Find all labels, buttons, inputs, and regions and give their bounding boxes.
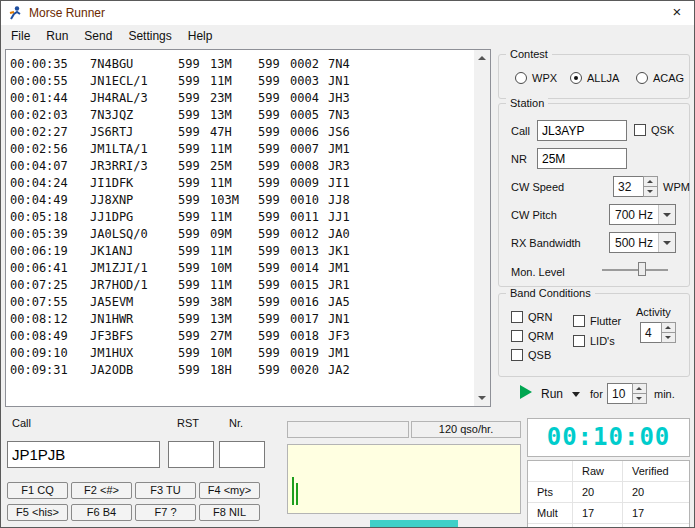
menu-item[interactable]: Send	[76, 26, 120, 46]
menu-item[interactable]: Help	[180, 26, 221, 46]
menu-item[interactable]: Run	[38, 26, 76, 46]
log-cell-callsign: JA0LSQ/0	[90, 226, 178, 243]
lids-checkbox[interactable]: LID's	[573, 335, 615, 347]
entry-call-input[interactable]	[7, 441, 160, 468]
log-cell-callsign: JA2ODB	[90, 362, 178, 379]
wpm-unit-label: WPM	[663, 181, 690, 193]
chevron-down-icon	[663, 241, 671, 245]
log-cell-rst-sent: 599	[178, 107, 210, 124]
dropdown-button[interactable]	[658, 205, 675, 224]
log-cell-rst-rcvd: 599	[258, 158, 290, 175]
log-cell-rst-rcvd: 599	[258, 175, 290, 192]
log-cell-time: 00:05:18	[10, 209, 90, 226]
f8-nil-button[interactable]: F8 NIL	[199, 504, 260, 521]
log-cell-serial: 0004	[290, 90, 328, 107]
morse-runner-window: Morse Runner × File Run Send Settings He…	[0, 0, 695, 528]
log-scrollbar[interactable]	[474, 50, 490, 406]
score-raw-value: 20	[572, 482, 622, 502]
spinner-down-button[interactable]	[643, 186, 658, 197]
f7-question-button[interactable]: F7 ?	[135, 504, 196, 521]
cw-pitch-dropdown[interactable]: 700 Hz	[609, 204, 676, 225]
station-nr-input[interactable]	[537, 148, 627, 169]
score-header-row: Raw Verified	[528, 461, 689, 482]
score-verified-value: 20	[622, 482, 689, 502]
qsb-checkbox[interactable]: QSB	[511, 349, 551, 361]
f5-his-button[interactable]: F5 <his>	[7, 504, 68, 521]
checkbox-box	[511, 330, 523, 342]
log-cell-rst-rcvd: 599	[258, 141, 290, 158]
qrm-label: QRM	[528, 330, 554, 342]
rx-bandwidth-dropdown[interactable]: 500 Hz	[609, 232, 676, 253]
run-dropdown-icon[interactable]	[572, 392, 580, 397]
qso-rate: 120 qso/hr.	[411, 421, 521, 438]
spinner-up-icon	[647, 180, 653, 183]
f6-b4-button[interactable]: F6 B4	[71, 504, 132, 521]
radio-label: ALLJA	[587, 72, 619, 84]
log-row: 00:00:55 JN1ECL/1 599 11M 599 0003 JN1	[10, 73, 490, 90]
log-cell-serial: 0009	[290, 175, 328, 192]
score-row: Score 340 340	[528, 524, 689, 528]
spectrum-bar	[296, 483, 298, 505]
scroll-up-button[interactable]	[474, 50, 490, 66]
spinner-up-icon	[636, 387, 642, 390]
contest-group-title: Contest	[506, 48, 552, 60]
log-cell-callsign: JS6RTJ	[90, 124, 178, 141]
score-row-label: Score	[528, 524, 572, 528]
spinner-down-button[interactable]	[661, 332, 676, 343]
f1-cq-button[interactable]: F1 CQ	[7, 482, 68, 499]
radio-circle	[636, 72, 648, 84]
f4-my-button[interactable]: F4 <my>	[199, 482, 260, 499]
scroll-down-button[interactable]	[474, 390, 490, 406]
radio-label: ACAG	[653, 72, 684, 84]
log-row: 00:06:19 JK1ANJ 599 11M 599 0013 JK1	[10, 243, 490, 260]
dropdown-button[interactable]	[658, 233, 675, 252]
log-row: 00:04:24 JI1DFK 599 11M 599 0009 JI1	[10, 175, 490, 192]
cw-speed-spinner[interactable]: 32	[613, 176, 658, 197]
qrm-checkbox[interactable]: QRM	[511, 330, 554, 342]
log-cell-rst-sent: 599	[178, 141, 210, 158]
duration-spinner[interactable]: 10	[607, 383, 647, 404]
flutter-checkbox[interactable]: Flutter	[573, 315, 621, 327]
station-call-input[interactable]	[537, 120, 627, 141]
log-cell-prefix: JR3	[328, 158, 368, 175]
log-row: 00:09:10 JM1HUX 599 10M 599 0019 JM1	[10, 345, 490, 362]
qsk-checkbox[interactable]: QSK	[634, 124, 674, 136]
mon-level-slider[interactable]	[602, 260, 668, 278]
status-cell-left	[287, 421, 409, 438]
log-cell-serial: 0013	[290, 243, 328, 260]
f2-number-button[interactable]: F2 <#>	[71, 482, 132, 499]
run-button[interactable]: Run	[541, 387, 563, 401]
log-cell-callsign: JR7HOD/1	[90, 277, 178, 294]
menu-item[interactable]: Settings	[120, 26, 179, 46]
log-cell-rst-rcvd: 599	[258, 56, 290, 73]
spinner-down-button[interactable]	[632, 393, 647, 404]
flutter-label: Flutter	[590, 315, 621, 327]
rx-bandwidth-label: RX Bandwidth	[511, 237, 581, 249]
log-cell-exchange-sent: 13M	[210, 311, 258, 328]
checkbox-box	[573, 315, 585, 327]
scroll-up-icon	[478, 56, 486, 60]
f3-tu-button[interactable]: F3 TU	[135, 482, 196, 499]
log-cell-prefix: JI1	[328, 175, 368, 192]
log-cell-callsign: 7N3JQZ	[90, 107, 178, 124]
log-cell-rst-sent: 599	[178, 260, 210, 277]
radio-wpx[interactable]: WPX	[515, 72, 557, 84]
log-cell-callsign: JF3BFS	[90, 328, 178, 345]
spinner-arrows	[632, 383, 647, 404]
qrn-checkbox[interactable]: QRN	[511, 311, 552, 323]
entry-rst-input[interactable]	[168, 441, 214, 468]
radio-label: WPX	[532, 72, 557, 84]
log-cell-serial: 0008	[290, 158, 328, 175]
radio-allja[interactable]: ALLJA	[570, 72, 619, 84]
menu-item[interactable]: File	[3, 26, 38, 46]
radio-acag[interactable]: ACAG	[636, 72, 684, 84]
log-cell-serial: 0014	[290, 260, 328, 277]
slider-thumb[interactable]	[638, 262, 646, 276]
activity-spinner[interactable]: 4	[640, 322, 676, 343]
log-cell-rst-rcvd: 599	[258, 328, 290, 345]
play-icon[interactable]	[520, 385, 532, 399]
close-icon[interactable]: ×	[660, 1, 694, 25]
score-row-label: Pts	[528, 482, 572, 502]
entry-nr-input[interactable]	[219, 441, 265, 468]
log-cell-prefix: JM1	[328, 345, 368, 362]
